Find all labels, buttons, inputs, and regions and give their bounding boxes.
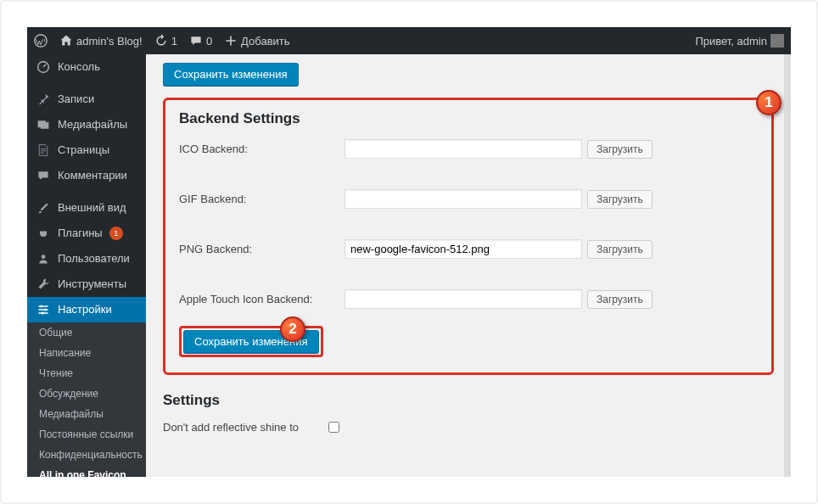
sidebar-item-plugins[interactable]: Плагины1 (27, 221, 146, 246)
png-upload-button[interactable]: Загрузить (587, 240, 653, 259)
sliders-icon (36, 302, 51, 317)
updates-count: 1 (171, 35, 177, 48)
site-link[interactable]: admin's Blog! (59, 34, 143, 48)
sidebar-item-comments[interactable]: Комментарии (27, 163, 146, 188)
comments-count: 0 (206, 35, 212, 48)
apple-touch-input[interactable] (345, 289, 582, 309)
settings-panel: Settings Don't add reflective shine to (163, 392, 774, 434)
wrench-icon (36, 277, 51, 292)
sidebar-label: Инструменты (58, 277, 126, 292)
media-icon (36, 117, 51, 132)
main-content: Сохранить изменения 1 Backend Settings I… (146, 54, 791, 477)
comment-icon (189, 34, 203, 48)
gif-backend-input[interactable] (345, 189, 582, 209)
dashboard-icon (36, 59, 51, 75)
home-icon (59, 34, 73, 48)
svg-point-3 (40, 305, 42, 307)
wp-logo[interactable] (34, 34, 48, 48)
greeting-link[interactable]: Привет, admin (695, 34, 784, 48)
annotation-1: 1 (756, 90, 782, 115)
sidebar-item-settings[interactable]: Настройки (27, 297, 146, 322)
submenu-reading[interactable]: Чтение (27, 363, 146, 384)
submenu-privacy[interactable]: Конфиденциальность (27, 445, 146, 465)
annotation-2: 2 (280, 316, 305, 342)
page-icon (36, 143, 51, 158)
vertical-scrollbar[interactable] (784, 54, 791, 477)
svg-point-5 (42, 311, 44, 314)
plugins-update-badge: 1 (109, 227, 123, 240)
ico-backend-label: ICO Backend: (179, 143, 345, 155)
gif-backend-label: GIF Backend: (179, 193, 345, 205)
sidebar-item-dashboard[interactable]: Консоль (27, 54, 146, 80)
refresh-icon (154, 34, 168, 48)
submenu-general[interactable]: Общие (27, 322, 146, 343)
svg-point-2 (42, 255, 46, 259)
submenu-media[interactable]: Медиафайлы (27, 404, 146, 424)
admin-bar: admin's Blog! 1 0 Добавить Привет, admin (27, 27, 791, 54)
gif-upload-button[interactable]: Загрузить (587, 190, 653, 209)
submenu-discussion[interactable]: Обсуждение (27, 384, 146, 404)
sidebar-label: Медиафайлы (58, 117, 127, 132)
row-ico-backend: ICO Backend: Загрузить (179, 139, 758, 159)
add-new-label: Добавить (241, 35, 289, 48)
ico-upload-button[interactable]: Загрузить (587, 140, 653, 159)
submenu-permalinks[interactable]: Постоянные ссылки (27, 424, 146, 445)
site-title: admin's Blog! (76, 35, 143, 48)
add-new-link[interactable]: Добавить (224, 34, 289, 48)
comments-icon (36, 168, 51, 183)
avatar (770, 34, 784, 48)
sidebar-label: Комментарии (58, 168, 127, 183)
wordpress-icon (34, 34, 48, 48)
submenu-favicon[interactable]: All in one Favicon (27, 465, 146, 477)
sidebar-item-tools[interactable]: Инструменты (27, 272, 146, 297)
submenu-writing[interactable]: Написание (27, 343, 146, 363)
brush-icon (36, 200, 51, 216)
png-backend-label: PNG Backend: (179, 243, 345, 255)
sidebar-label: Страницы (58, 143, 109, 158)
user-icon (36, 251, 51, 266)
row-reflective: Don't add reflective shine to (163, 421, 774, 434)
plus-icon (224, 34, 238, 48)
sidebar-label: Плагины (58, 226, 103, 241)
reflective-label: Don't add reflective shine to (163, 421, 328, 434)
save-top-button[interactable]: Сохранить изменения (163, 63, 299, 86)
save-bottom-highlight: 2 Сохранить изменения (179, 326, 323, 357)
sidebar-label: Записи (58, 92, 94, 107)
apple-touch-label: Apple Touch Icon Backend: (179, 293, 345, 305)
pin-icon (36, 92, 51, 107)
sidebar-item-appearance[interactable]: Внешний вид (27, 195, 146, 221)
backend-settings-panel: 1 Backend Settings ICO Backend: Загрузит… (163, 98, 774, 375)
sidebar-label: Внешний вид (58, 200, 126, 216)
apple-touch-upload-button[interactable]: Загрузить (587, 290, 653, 309)
sidebar-item-media[interactable]: Медиафайлы (27, 112, 146, 137)
ico-backend-input[interactable] (345, 139, 582, 159)
sidebar-item-posts[interactable]: Записи (27, 87, 146, 112)
sidebar-label: Пользователи (58, 251, 130, 266)
row-apple-touch-backend: Apple Touch Icon Backend: Загрузить (179, 289, 758, 309)
comments-link[interactable]: 0 (189, 34, 212, 48)
row-png-backend: PNG Backend: Загрузить (179, 239, 758, 259)
sidebar-label: Консоль (58, 59, 100, 75)
sidebar-item-pages[interactable]: Страницы (27, 137, 146, 163)
row-gif-backend: GIF Backend: Загрузить (179, 189, 758, 209)
sidebar-item-users[interactable]: Пользователи (27, 246, 146, 272)
backend-settings-heading: Backend Settings (179, 110, 758, 127)
png-backend-input[interactable] (345, 239, 582, 259)
updates-link[interactable]: 1 (154, 34, 177, 48)
plug-icon (36, 226, 51, 241)
svg-point-4 (44, 308, 47, 311)
settings-heading: Settings (163, 392, 774, 409)
greeting-text: Привет, admin (695, 35, 767, 48)
admin-sidebar: Консоль Записи Медиафайлы Страницы Комме… (27, 54, 146, 477)
sidebar-label: Настройки (58, 302, 112, 317)
reflective-checkbox[interactable] (328, 422, 339, 433)
